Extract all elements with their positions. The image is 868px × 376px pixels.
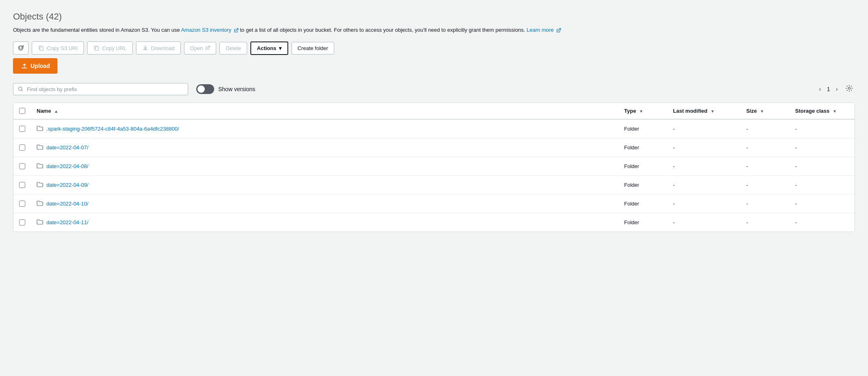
folder-icon-5	[37, 219, 43, 226]
row-size-2: -	[741, 157, 789, 175]
row-storage-5: -	[789, 213, 855, 232]
folder-icon-3	[37, 181, 43, 189]
row-checkbox-cell	[13, 157, 31, 175]
table-header-row: Name ▲ Type ▼ Last modified ▼ Size ▼ Sto…	[13, 103, 855, 119]
row-size-4: -	[741, 194, 789, 213]
row-storage-2: -	[789, 157, 855, 175]
table-body: .spark-staging-206f5724-c84f-4a53-804a-6…	[13, 119, 855, 232]
row-modified-1: -	[667, 138, 741, 157]
row-checkbox-3[interactable]	[19, 182, 25, 188]
folder-link-0[interactable]: .spark-staging-206f5724-c84f-4a53-804a-6…	[37, 125, 613, 133]
folder-link-2[interactable]: date=2022-04-08/	[37, 162, 613, 170]
header-last-modified[interactable]: Last modified ▼	[667, 103, 741, 119]
row-name-1: date=2022-04-07/	[31, 138, 618, 157]
row-type-4: Folder	[618, 194, 667, 213]
download-icon	[142, 45, 149, 51]
search-controls: Show versions ‹ 1 ›	[13, 83, 855, 96]
row-checkbox-cell	[13, 175, 31, 194]
table-row: date=2022-04-11/ Folder - - -	[13, 213, 855, 232]
gear-icon	[845, 84, 853, 92]
row-size-1: -	[741, 138, 789, 157]
storage-sort-icon: ▼	[833, 109, 837, 114]
table-row: date=2022-04-09/ Folder - - -	[13, 175, 855, 194]
header-storage-class[interactable]: Storage class ▼	[789, 103, 855, 119]
upload-row: Upload	[13, 58, 855, 74]
folder-icon-2	[37, 162, 43, 170]
type-sort-icon: ▼	[639, 109, 643, 114]
upload-button[interactable]: Upload	[13, 58, 57, 74]
row-modified-2: -	[667, 157, 741, 175]
pagination-current: 1	[827, 86, 830, 92]
copy-s3-uri-icon	[38, 45, 44, 51]
folder-link-4[interactable]: date=2022-04-10/	[37, 200, 613, 208]
page-title: Objects (42)	[13, 11, 855, 22]
external-link-icon	[234, 28, 239, 33]
table-row: date=2022-04-08/ Folder - - -	[13, 157, 855, 175]
folder-icon-1	[37, 144, 43, 151]
refresh-button[interactable]	[13, 42, 28, 55]
delete-button[interactable]: Delete	[219, 42, 247, 55]
header-name[interactable]: Name ▲	[31, 103, 618, 119]
table-settings-button[interactable]	[844, 83, 855, 96]
copy-url-icon	[93, 45, 100, 51]
show-versions-toggle[interactable]	[196, 84, 214, 94]
folder-link-1[interactable]: date=2022-04-07/	[37, 144, 613, 151]
size-sort-icon: ▼	[760, 109, 764, 114]
versions-toggle: Show versions	[196, 84, 255, 94]
row-storage-0: -	[789, 119, 855, 138]
folder-icon-4	[37, 200, 43, 208]
row-modified-3: -	[667, 175, 741, 194]
row-checkbox-cell	[13, 194, 31, 213]
row-modified-5: -	[667, 213, 741, 232]
learn-more-link[interactable]: Learn more	[527, 27, 561, 33]
toolbar: Copy S3 URI Copy URL Download Open Delet…	[13, 42, 855, 55]
modified-sort-icon: ▼	[710, 109, 715, 114]
folder-icon-0	[37, 125, 43, 133]
row-checkbox-2[interactable]	[19, 163, 25, 169]
copy-url-button[interactable]: Copy URL	[87, 42, 133, 55]
description: Objects are the fundamental entities sto…	[13, 26, 855, 34]
download-button[interactable]: Download	[136, 42, 181, 55]
row-storage-4: -	[789, 194, 855, 213]
svg-rect-0	[40, 47, 43, 50]
search-input[interactable]	[27, 86, 184, 92]
actions-button[interactable]: Actions ▾	[250, 42, 288, 55]
pagination-prev-button[interactable]: ‹	[817, 85, 824, 94]
svg-rect-1	[95, 47, 99, 50]
row-type-0: Folder	[618, 119, 667, 138]
table-row: date=2022-04-10/ Folder - - -	[13, 194, 855, 213]
search-box	[13, 83, 188, 95]
show-versions-label: Show versions	[218, 86, 255, 92]
name-sort-icon: ▲	[54, 109, 58, 114]
row-modified-4: -	[667, 194, 741, 213]
create-folder-button[interactable]: Create folder	[292, 42, 334, 55]
row-type-5: Folder	[618, 213, 667, 232]
header-select-all	[13, 103, 31, 119]
row-checkbox-cell	[13, 213, 31, 232]
open-button[interactable]: Open	[184, 42, 217, 55]
row-checkbox-0[interactable]	[19, 126, 25, 132]
header-size[interactable]: Size ▼	[741, 103, 789, 119]
amazon-s3-inventory-link[interactable]: Amazon S3 inventory	[181, 27, 240, 33]
table-row: date=2022-04-07/ Folder - - -	[13, 138, 855, 157]
row-name-0: .spark-staging-206f5724-c84f-4a53-804a-6…	[31, 119, 618, 138]
search-icon	[18, 86, 24, 92]
pagination-next-button[interactable]: ›	[833, 85, 840, 94]
row-checkbox-5[interactable]	[19, 219, 25, 225]
learn-more-external-icon	[556, 28, 561, 33]
row-checkbox-cell	[13, 119, 31, 138]
row-name-4: date=2022-04-10/	[31, 194, 618, 213]
row-size-0: -	[741, 119, 789, 138]
row-name-3: date=2022-04-09/	[31, 175, 618, 194]
select-all-checkbox[interactable]	[19, 108, 25, 114]
row-checkbox-1[interactable]	[19, 144, 25, 151]
copy-s3-uri-button[interactable]: Copy S3 URI	[32, 42, 84, 55]
row-storage-1: -	[789, 138, 855, 157]
row-name-2: date=2022-04-08/	[31, 157, 618, 175]
header-type[interactable]: Type ▼	[618, 103, 667, 119]
folder-link-5[interactable]: date=2022-04-11/	[37, 219, 613, 226]
row-modified-0: -	[667, 119, 741, 138]
row-size-5: -	[741, 213, 789, 232]
row-checkbox-4[interactable]	[19, 201, 25, 207]
folder-link-3[interactable]: date=2022-04-09/	[37, 181, 613, 189]
